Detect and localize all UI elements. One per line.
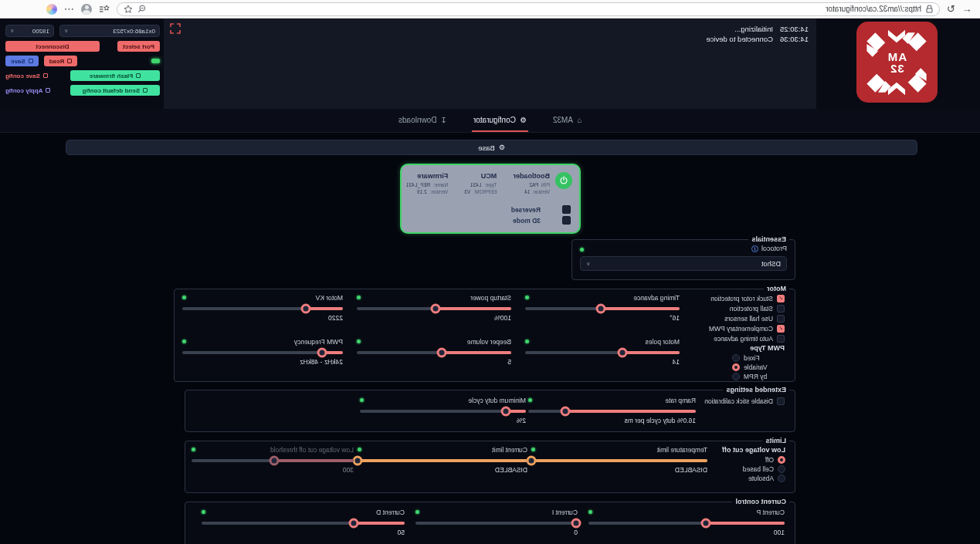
- current-i-slider[interactable]: [415, 522, 578, 525]
- power-button[interactable]: [555, 172, 572, 189]
- checkbox[interactable]: [777, 295, 785, 302]
- checkbox-use-hall-sensors[interactable]: Use hall sensors: [693, 314, 785, 323]
- checkbox-stuck-rotor-protection[interactable]: Stuck rotor protection: [693, 294, 785, 302]
- extended-toggles: Disable stick calibration: [698, 397, 785, 424]
- apply-config-button[interactable]: Apply config: [5, 87, 50, 94]
- slider-thumb[interactable]: [437, 347, 447, 357]
- device-mode-checkboxes: Reversed 3D mode: [511, 205, 571, 225]
- checkbox-complementary-pwm[interactable]: Complementary PWM: [693, 324, 785, 333]
- expand-log-icon[interactable]: [170, 23, 181, 34]
- protocol-select[interactable]: DShot ∨: [580, 256, 787, 271]
- baud-select[interactable]: 19200 ∨: [5, 25, 54, 37]
- checkbox[interactable]: [777, 397, 785, 405]
- radio-lvc-cell-based[interactable]: Cell based: [711, 465, 785, 474]
- checkbox-disable-stick-calibration[interactable]: Disable stick calibration: [698, 397, 785, 405]
- status-dot: [525, 296, 529, 299]
- slider-current-d: Current D 50: [202, 509, 405, 536]
- radio[interactable]: [732, 354, 740, 362]
- pwm-type-title: PWM Type: [693, 344, 785, 352]
- port-select-button[interactable]: Port select: [117, 41, 160, 52]
- tab-configurator[interactable]: ⚙ Configurator: [472, 116, 528, 132]
- collections-icon[interactable]: [99, 5, 110, 14]
- info-icon[interactable]: i: [751, 245, 758, 252]
- slider-motor-kv: Motor KV 2220: [182, 294, 343, 328]
- copilot-icon[interactable]: [46, 4, 57, 15]
- ramp-rate-slider[interactable]: [528, 410, 696, 413]
- motor-kv-slider[interactable]: [182, 307, 343, 310]
- timing-advance-slider[interactable]: [525, 307, 680, 310]
- tab-am32[interactable]: ⌂ AM32: [551, 116, 583, 132]
- read-icon: [67, 59, 72, 63]
- slider-minimum-duty-cycle: Minimum duty cycle 2%: [360, 397, 526, 424]
- slider-thumb[interactable]: [353, 456, 363, 466]
- tab-downloads[interactable]: ↧ Downloads: [397, 116, 449, 132]
- current-limit-slider[interactable]: [358, 459, 527, 462]
- save-button[interactable]: Save: [5, 56, 39, 66]
- checkbox[interactable]: [777, 305, 785, 313]
- current-p-slider[interactable]: [588, 522, 785, 525]
- slider-thumb[interactable]: [317, 347, 327, 357]
- slider-thumb[interactable]: [431, 304, 441, 314]
- app-header: 14:30:25 Initializing... 14:30:36 Connec…: [0, 19, 980, 109]
- device-select[interactable]: 0x1a86:0x7523 ∨: [59, 25, 160, 37]
- base-section-toggle[interactable]: ⚙ Base: [66, 140, 917, 155]
- temperature-limit-slider[interactable]: [531, 459, 707, 462]
- checkbox[interactable]: [777, 335, 785, 343]
- slider-thumb[interactable]: [618, 347, 628, 357]
- radio[interactable]: [778, 456, 785, 464]
- refresh-icon[interactable]: ↻: [947, 4, 955, 14]
- startup-power-slider[interactable]: [357, 307, 511, 310]
- chevron-down-icon: ∨: [10, 28, 14, 34]
- checkbox-reversed[interactable]: Reversed: [511, 205, 571, 214]
- status-dot: [182, 340, 186, 343]
- status-dot: [360, 398, 364, 402]
- slider-current-p: Current P 100: [588, 509, 785, 536]
- address-bar[interactable]: https://am32.ca/configurator: [117, 2, 940, 16]
- slider-thumb[interactable]: [349, 519, 359, 529]
- back-icon[interactable]: ←: [962, 4, 972, 14]
- radio[interactable]: [778, 465, 785, 473]
- checkbox[interactable]: [562, 216, 571, 225]
- flash-firmware-button[interactable]: Flash firmware: [70, 70, 160, 81]
- checkbox[interactable]: [777, 325, 785, 333]
- checkbox-auto-timing-advance[interactable]: Auto timing advance: [693, 334, 785, 343]
- log-time: 14:30:36: [780, 34, 809, 44]
- low-voltage-threshold-slider[interactable]: [192, 459, 354, 462]
- radio-pwm-fixed[interactable]: Fixed: [732, 353, 785, 363]
- slider-thumb[interactable]: [527, 456, 537, 466]
- radio[interactable]: [732, 363, 740, 371]
- slider-thumb[interactable]: [701, 519, 711, 529]
- checkbox[interactable]: [777, 315, 785, 323]
- slider-thumb[interactable]: [270, 456, 280, 466]
- checkbox-3d-mode[interactable]: 3D mode: [511, 216, 571, 225]
- disconnect-button[interactable]: Disconnect: [5, 41, 100, 52]
- beeper-volume-slider[interactable]: [357, 351, 511, 354]
- save-config-button[interactable]: Save config: [5, 73, 48, 79]
- motor-poles-slider[interactable]: [525, 351, 680, 354]
- slider-thumb[interactable]: [596, 304, 606, 314]
- slider-thumb[interactable]: [501, 407, 511, 417]
- minimum-duty-cycle-slider[interactable]: [360, 410, 526, 413]
- radio[interactable]: [732, 373, 740, 380]
- checkbox-stall-protection[interactable]: Stall protection: [693, 304, 785, 313]
- zoom-icon[interactable]: [137, 5, 146, 13]
- slider-low-voltage-threshold: Low voltage cut off threshold 300: [192, 446, 354, 483]
- slider-thumb[interactable]: [301, 304, 311, 314]
- read-button[interactable]: Read: [44, 56, 78, 66]
- bookmark-star-icon[interactable]: [124, 5, 133, 14]
- radio[interactable]: [778, 475, 785, 482]
- profile-avatar[interactable]: [81, 4, 92, 15]
- radio-lvc-off[interactable]: Off: [711, 455, 785, 465]
- radio-pwm-by-rpm[interactable]: by RPM: [732, 372, 785, 381]
- pwm-frequency-slider[interactable]: [182, 351, 343, 354]
- slider-motor-poles: Motor poles 14: [525, 338, 680, 372]
- send-default-config-button[interactable]: Send default config: [70, 85, 160, 96]
- current-d-slider[interactable]: [202, 522, 405, 525]
- browser-menu-icon[interactable]: ⋯: [64, 4, 74, 14]
- radio-lvc-absolute[interactable]: Absolute: [711, 474, 785, 483]
- checkbox[interactable]: [562, 205, 571, 214]
- radio-pwm-variable[interactable]: Variable: [732, 363, 785, 372]
- chevron-down-icon: ∨: [64, 28, 68, 34]
- slider-thumb[interactable]: [571, 519, 581, 529]
- slider-thumb[interactable]: [560, 407, 570, 417]
